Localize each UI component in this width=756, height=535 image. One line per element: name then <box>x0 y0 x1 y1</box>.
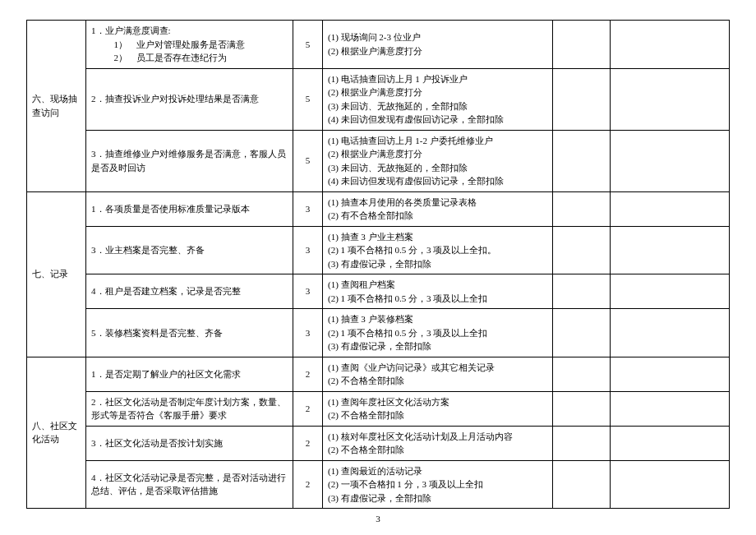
blank-cell <box>611 357 730 391</box>
item-main: 2．社区文化活动是否制定年度计划方案，数量、形式等是否符合《客服手册》要求 <box>91 397 286 421</box>
table-row: 八、社区文化活动1．是否定期了解业户的社区文化需求2(1) 查阅《业户访问记录》… <box>27 357 730 391</box>
item-cell: 4．社区文化活动记录是否完整，是否对活动进行总结、评估，是否采取评估措施 <box>86 460 293 509</box>
category-cell: 七、记录 <box>27 191 86 357</box>
table-row: 5．装修档案资料是否完整、齐备3(1) 抽查 3 户装修档案 (2) 1 项不合… <box>27 309 730 357</box>
blank-cell <box>611 130 730 191</box>
item-main: 1．各项质量是否使用标准质量记录版本 <box>91 204 250 214</box>
evaluation-table: 六、现场抽查访问1．业户满意度调查:1） 业户对管理处服务是否满意2） 员工是否… <box>26 20 730 509</box>
table-row: 六、现场抽查访问1．业户满意度调查:1） 业户对管理处服务是否满意2） 员工是否… <box>27 21 730 69</box>
blank-cell <box>611 21 730 69</box>
score-cell: 2 <box>293 357 323 391</box>
criteria-cell: (1) 查阅最近的活动记录 (2) 一项不合格扣 1 分，3 项及以上全扣 (3… <box>323 460 553 509</box>
item-cell: 3．抽查维修业户对维修服务是否满意，客服人员是否及时回访 <box>86 130 293 191</box>
item-cell: 1．各项质量是否使用标准质量记录版本 <box>86 191 293 226</box>
criteria-cell: (1) 查阅租户档案 (2) 1 项不合格扣 0.5 分，3 项及以上全扣 <box>323 274 553 309</box>
item-cell: 3．社区文化活动是否按计划实施 <box>86 426 293 460</box>
score-cell: 3 <box>293 309 323 357</box>
item-cell: 3．业主档案是否完整、齐备 <box>86 226 293 274</box>
score-cell: 5 <box>293 68 323 130</box>
table-row: 七、记录1．各项质量是否使用标准质量记录版本3(1) 抽查本月使用的各类质量记录… <box>27 191 730 226</box>
blank-cell <box>553 357 611 391</box>
criteria-cell: (1) 抽查本月使用的各类质量记录表格 (2) 有不合格全部扣除 <box>323 191 553 226</box>
item-main: 4．社区文化活动记录是否完整，是否对活动进行总结、评估，是否采取评估措施 <box>91 473 286 496</box>
item-main: 2．抽查投诉业户对投诉处理结果是否满意 <box>91 94 259 104</box>
blank-cell <box>553 226 611 274</box>
score-cell: 5 <box>293 130 323 191</box>
item-main: 5．装修档案资料是否完整、齐备 <box>91 328 223 338</box>
item-cell: 5．装修档案资料是否完整、齐备 <box>86 309 293 357</box>
criteria-cell: (1) 查阅年度社区文化活动方案 (2) 不合格全部扣除 <box>323 391 553 426</box>
item-cell: 4．租户是否建立档案，记录是否完整 <box>86 274 293 309</box>
item-cell: 1．业户满意度调查:1） 业户对管理处服务是否满意2） 员工是否存在违纪行为 <box>86 21 293 69</box>
item-sub: 1） 业户对管理处服务是否满意 <box>91 38 288 52</box>
score-cell: 2 <box>293 460 323 509</box>
blank-cell <box>611 68 730 130</box>
blank-cell <box>553 68 611 130</box>
score-cell: 3 <box>293 226 323 274</box>
table-row: 3．抽查维修业户对维修服务是否满意，客服人员是否及时回访5(1) 电话抽查回访上… <box>27 130 730 191</box>
category-cell: 六、现场抽查访问 <box>27 21 86 192</box>
table-row: 3．业主档案是否完整、齐备3(1) 抽查 3 户业主档案 (2) 1 项不合格扣… <box>27 226 730 274</box>
table-row: 2．抽查投诉业户对投诉处理结果是否满意5(1) 电话抽查回访上月 1 户投诉业户… <box>27 68 730 130</box>
criteria-cell: (1) 核对年度社区文化活动计划及上月活动内容 (2) 不合格全部扣除 <box>323 426 553 460</box>
score-cell: 2 <box>293 391 323 426</box>
table-row: 4．租户是否建立档案，记录是否完整3(1) 查阅租户档案 (2) 1 项不合格扣… <box>27 274 730 309</box>
page-number: 3 <box>26 514 730 523</box>
criteria-cell: (1) 电话抽查回访上月 1 户投诉业户 (2) 根据业户满意度打分 (3) 未… <box>323 68 553 130</box>
blank-cell <box>553 21 611 69</box>
criteria-cell: (1) 现场询问 2-3 位业户 (2) 根据业户满意度打分 <box>323 21 553 69</box>
blank-cell <box>611 391 730 426</box>
item-main: 3．抽查维修业户对维修服务是否满意，客服人员是否及时回访 <box>91 149 286 173</box>
item-main: 1．业户满意度调查: <box>91 25 171 35</box>
table-row: 2．社区文化活动是否制定年度计划方案，数量、形式等是否符合《客服手册》要求2(1… <box>27 391 730 426</box>
item-cell: 2．社区文化活动是否制定年度计划方案，数量、形式等是否符合《客服手册》要求 <box>86 391 293 426</box>
item-main: 3．社区文化活动是否按计划实施 <box>91 438 223 448</box>
blank-cell <box>611 226 730 274</box>
blank-cell <box>553 130 611 191</box>
blank-cell <box>611 426 730 460</box>
blank-cell <box>611 460 730 509</box>
item-cell: 2．抽查投诉业户对投诉处理结果是否满意 <box>86 68 293 130</box>
table-row: 3．社区文化活动是否按计划实施2(1) 核对年度社区文化活动计划及上月活动内容 … <box>27 426 730 460</box>
criteria-cell: (1) 抽查 3 户装修档案 (2) 1 项不合格扣 0.5 分，3 项及以上全… <box>323 309 553 357</box>
blank-cell <box>611 191 730 226</box>
blank-cell <box>553 426 611 460</box>
score-cell: 3 <box>293 274 323 309</box>
blank-cell <box>611 309 730 357</box>
table-row: 4．社区文化活动记录是否完整，是否对活动进行总结、评估，是否采取评估措施2(1)… <box>27 460 730 509</box>
criteria-cell: (1) 查阅《业户访问记录》或其它相关记录 (2) 不合格全部扣除 <box>323 357 553 391</box>
score-cell: 5 <box>293 21 323 69</box>
item-main: 1．是否定期了解业户的社区文化需求 <box>91 369 241 379</box>
score-cell: 2 <box>293 426 323 460</box>
item-cell: 1．是否定期了解业户的社区文化需求 <box>86 357 293 391</box>
blank-cell <box>553 274 611 309</box>
blank-cell <box>553 460 611 509</box>
category-cell: 八、社区文化活动 <box>27 357 86 509</box>
criteria-cell: (1) 抽查 3 户业主档案 (2) 1 项不合格扣 0.5 分，3 项及以上全… <box>323 226 553 274</box>
item-main: 4．租户是否建立档案，记录是否完整 <box>91 286 241 296</box>
score-cell: 3 <box>293 191 323 226</box>
blank-cell <box>553 391 611 426</box>
blank-cell <box>553 309 611 357</box>
criteria-cell: (1) 电话抽查回访上月 1-2 户委托维修业户 (2) 根据业户满意度打分 (… <box>323 130 553 191</box>
blank-cell <box>553 191 611 226</box>
item-sub: 2） 员工是否存在违纪行为 <box>91 51 288 65</box>
item-main: 3．业主档案是否完整、齐备 <box>91 245 205 255</box>
blank-cell <box>611 274 730 309</box>
